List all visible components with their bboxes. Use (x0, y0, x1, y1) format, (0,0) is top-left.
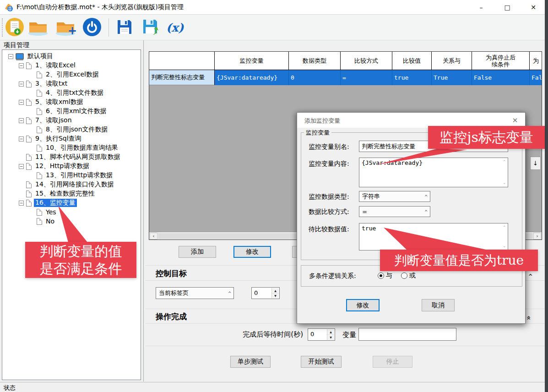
run-button[interactable] (81, 17, 103, 38)
tree-item-label[interactable]: No (44, 218, 56, 225)
spin-up-icon[interactable]: ▲ (327, 329, 334, 335)
tree-item[interactable]: −9、执行Sql查询 (2, 134, 141, 143)
grid-column-header[interactable]: 为真停止后 续条件 (472, 52, 530, 70)
tree-item[interactable]: −12、Http请求数据 (2, 162, 141, 171)
tree-item[interactable]: No (2, 217, 141, 226)
tree-item-label[interactable]: 5、读取xml数据 (34, 98, 85, 106)
tree-item[interactable]: Yes (2, 207, 141, 217)
maximize-button[interactable]: □ (497, 0, 518, 14)
tree-expand-toggle[interactable]: − (19, 100, 24, 105)
mini-scroll-up-icon[interactable]: ⌃ (503, 225, 506, 230)
tree-item-label[interactable]: 12、Http请求数据 (34, 162, 91, 170)
compare-mode-combobox[interactable]: = ‹ (359, 206, 430, 217)
panel-splitter[interactable] (143, 40, 144, 381)
grid-cell[interactable]: = (341, 70, 392, 85)
dialog-cancel-button[interactable]: 取消 (422, 299, 455, 311)
scroll-right-icon[interactable]: › (533, 233, 541, 240)
tree-item-label[interactable]: 11、脚本代码从网页抓取数据 (34, 153, 122, 161)
step-test-button[interactable]: 单步测试 (230, 356, 271, 368)
grid-column-header[interactable]: 关系与 (432, 52, 472, 70)
tree-item-label[interactable]: 13、引用Http请求数据 (44, 171, 114, 180)
tree-item[interactable]: 6、引用xml文件数据 (2, 107, 141, 116)
tree-item-label[interactable]: 10、引用数据库查询结果 (44, 144, 119, 152)
tree-item-label[interactable]: 14、引用网络接口传入数据 (34, 180, 115, 189)
collapse-control-target-icon[interactable]: ‹ (526, 273, 535, 276)
tree-expand-toggle[interactable]: − (8, 54, 13, 59)
scroll-left-icon[interactable]: ‹ (150, 233, 157, 240)
grid-column-header[interactable]: 为 (530, 52, 542, 70)
modify-condition-button[interactable]: 修改 (233, 246, 271, 258)
tree-item-label[interactable]: 1、读取Excel (34, 61, 77, 70)
variables-button[interactable]: (x) (161, 17, 189, 38)
target-tab-combobox[interactable]: 当前标签页 ‹ (156, 287, 234, 299)
tree-expand-toggle[interactable]: − (19, 201, 24, 206)
grid-cell[interactable]: {JSvar:dataready} (215, 70, 289, 85)
spin-down-icon[interactable]: ▼ (272, 294, 279, 299)
tree-item-label[interactable]: 默认项目 (26, 52, 54, 60)
tree-item-label[interactable]: 2、引用Excel数据 (44, 71, 100, 79)
grid-cell[interactable]: true (392, 70, 432, 85)
spin-down-icon[interactable]: ▼ (327, 335, 334, 340)
add-condition-button[interactable]: 添加 (179, 246, 216, 258)
save-button[interactable] (114, 17, 135, 38)
mini-scroll-down-icon[interactable]: ⌄ (503, 180, 506, 185)
tree-expand-toggle[interactable]: − (19, 136, 24, 142)
tree-item[interactable]: 15、检查数据完整性 (2, 189, 141, 198)
grid-cell[interactable]: True (432, 70, 472, 85)
move-row-down-button[interactable]: ↓ (530, 157, 541, 170)
close-button[interactable]: ✕ (523, 0, 544, 14)
logic-and-radio[interactable]: 与 (378, 272, 392, 280)
start-test-button[interactable]: 开始测试 (301, 356, 342, 368)
content-textarea[interactable]: {JSvar:dataready} (359, 158, 508, 187)
mini-scroll-up-icon[interactable]: ⌃ (503, 160, 506, 164)
tree-item-label[interactable]: 7、读取json (34, 116, 73, 125)
new-project-button[interactable] (4, 17, 25, 38)
value-textarea[interactable]: true (359, 223, 508, 250)
grid-column-header[interactable]: 监控变量 (215, 52, 289, 70)
tree-item[interactable]: 4、引用txt文件数据 (2, 88, 141, 98)
grid-column-header[interactable] (149, 52, 215, 70)
toolbar-grip[interactable] (2, 18, 3, 37)
tree-item[interactable]: 2、引用Excel数据 (2, 70, 141, 79)
add-project-button[interactable]: + (55, 17, 76, 38)
minimize-button[interactable]: – (471, 0, 492, 14)
grid-cell[interactable]: False (472, 70, 530, 85)
grid-column-header[interactable]: 比较值 (392, 52, 432, 70)
tree-item-label[interactable]: Yes (44, 208, 58, 216)
tree-item[interactable]: −5、读取xml数据 (2, 98, 141, 107)
tree-item-label[interactable]: 15、检查数据完整性 (34, 190, 96, 198)
data-type-combobox[interactable]: 字符串 ‹ (359, 191, 430, 202)
logic-or-radio[interactable]: 或 (401, 272, 416, 280)
tree-item-label[interactable]: 6、引用xml文件数据 (44, 107, 108, 115)
grid-row-header[interactable]: 判断完整性标志变量 (149, 70, 215, 85)
tree-expand-toggle[interactable]: − (19, 164, 24, 169)
wait-time-stepper[interactable]: 0 ▲▼ (308, 328, 335, 341)
tree-item[interactable]: 8、引用json文件数据 (2, 125, 141, 134)
tree-item[interactable]: 10、引用数据库查询结果 (2, 143, 141, 152)
tree-item-label[interactable]: 16、监控变量 (34, 199, 77, 207)
grid-column-header[interactable]: 数据类型 (289, 52, 341, 70)
grid-cell[interactable]: False (530, 70, 542, 85)
tree-expand-toggle[interactable]: − (19, 63, 24, 68)
open-project-button[interactable] (27, 17, 49, 38)
tree-expand-toggle[interactable]: − (19, 82, 24, 87)
collapse-operation-complete-icon[interactable]: « (525, 316, 533, 320)
tree-item[interactable]: −7、读取json (2, 116, 141, 125)
tree-item[interactable]: −16、监控变量 (2, 198, 141, 207)
target-index-stepper[interactable]: 0 ▲▼ (251, 287, 280, 299)
tree-item-label[interactable]: 3、读取txt (34, 80, 69, 88)
grid-cell[interactable]: 0 (289, 70, 341, 85)
tree-item[interactable]: 11、脚本代码从网页抓取数据 (2, 152, 141, 162)
tree-item[interactable]: −3、读取txt (2, 79, 141, 88)
dialog-close-icon[interactable]: ✕ (510, 116, 520, 125)
tree-item-label[interactable]: 9、执行Sql查询 (34, 135, 83, 143)
grid-column-header[interactable]: 比较方式 (341, 52, 392, 70)
tree-expand-toggle[interactable]: − (19, 118, 24, 123)
variable-input[interactable] (358, 328, 456, 341)
tree-item[interactable]: −1、读取Excel (2, 61, 141, 70)
dialog-ok-button[interactable]: 修改 (346, 299, 380, 311)
spin-up-icon[interactable]: ▲ (272, 288, 279, 294)
save-as-button[interactable] (140, 17, 161, 38)
tree-item[interactable]: 13、引用Http请求数据 (2, 171, 141, 180)
tree-item[interactable]: −默认项目 (2, 52, 141, 61)
